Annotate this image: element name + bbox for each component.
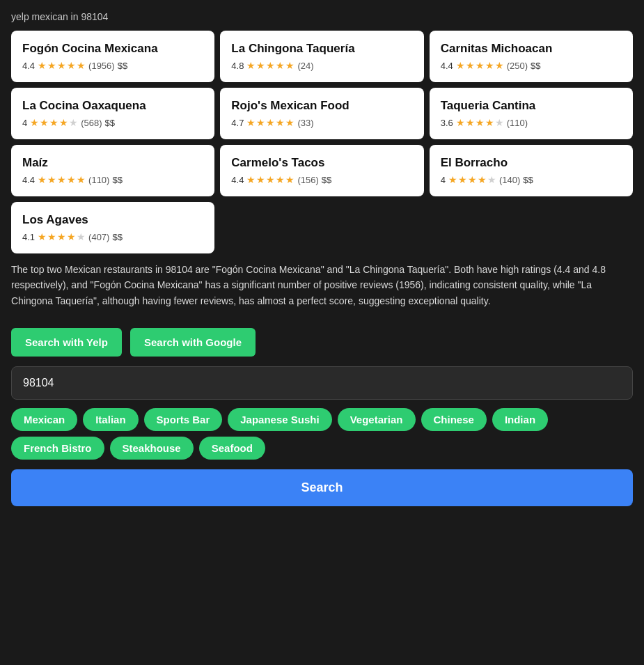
card-meta: 4.7 ★★★★★ (33) [231, 117, 412, 128]
price: $$ [105, 118, 115, 128]
review-count: (24) [297, 61, 313, 71]
review-count: (110) [507, 118, 528, 128]
category-tag[interactable]: Italian [83, 408, 138, 431]
rating: 4.7 [231, 118, 244, 128]
card-name: Carnitas Michoacan [441, 42, 622, 56]
result-card[interactable]: Los Agaves 4.1 ★★★★★ (407) $$ [11, 202, 214, 253]
card-meta: 3.6 ★★★★★ (110) [441, 117, 622, 128]
review-count: (156) [297, 175, 318, 185]
summary-text: The top two Mexican restaurants in 98104… [11, 262, 633, 308]
card-name: Fogón Cocina Mexicana [22, 42, 203, 56]
stars: ★★★★★ [38, 231, 86, 242]
category-tag[interactable]: Mexican [11, 408, 77, 431]
card-meta: 4.1 ★★★★★ (407) $$ [22, 231, 203, 242]
review-count: (568) [81, 118, 102, 128]
stars: ★★★★★ [30, 117, 78, 128]
card-name: El Borracho [441, 156, 622, 170]
stars: ★★★★★ [448, 174, 496, 185]
result-card[interactable]: La Cocina Oaxaquena 4 ★★★★★ (568) $$ [11, 88, 214, 139]
stars: ★★★★★ [246, 60, 294, 71]
result-card[interactable]: El Borracho 4 ★★★★★ (140) $$ [430, 145, 633, 196]
rating: 4.8 [231, 61, 244, 71]
review-count: (33) [297, 118, 313, 128]
stars: ★★★★★ [246, 117, 294, 128]
category-tag[interactable]: French Bistro [11, 437, 104, 460]
search-google-button[interactable]: Search with Google [130, 328, 256, 357]
rating: 3.6 [441, 118, 453, 128]
review-count: (110) [88, 175, 109, 185]
search-buttons: Search with Yelp Search with Google [11, 328, 633, 357]
search-main-button[interactable]: Search [11, 469, 633, 506]
review-count: (1956) [88, 61, 115, 71]
card-name: Carmelo's Tacos [231, 156, 412, 170]
result-card[interactable]: Taqueria Cantina 3.6 ★★★★★ (110) [430, 88, 633, 139]
stars: ★★★★★ [38, 174, 86, 185]
category-tag[interactable]: Indian [492, 408, 548, 431]
review-count: (140) [499, 175, 520, 185]
price: $$ [531, 61, 540, 71]
category-tag[interactable]: Seafood [199, 437, 265, 460]
stars: ★★★★★ [456, 60, 504, 71]
card-meta: 4 ★★★★★ (568) $$ [22, 117, 203, 128]
card-meta: 4.4 ★★★★★ (250) $$ [441, 60, 622, 71]
rating: 4 [441, 175, 446, 185]
search-yelp-button[interactable]: Search with Yelp [11, 328, 122, 357]
rating: 4.1 [22, 232, 35, 242]
query-text: yelp mexican in 98104 [11, 11, 633, 22]
stars: ★★★★★ [456, 117, 504, 128]
card-meta: 4 ★★★★★ (140) $$ [441, 174, 622, 185]
review-count: (250) [507, 61, 528, 71]
result-card[interactable]: Carnitas Michoacan 4.4 ★★★★★ (250) $$ [430, 31, 633, 82]
card-meta: 4.4 ★★★★★ (1956) $$ [22, 60, 203, 71]
category-tag[interactable]: Steakhouse [110, 437, 194, 460]
category-tag[interactable]: Japanese Sushi [228, 408, 331, 431]
price: $$ [112, 175, 122, 185]
result-card[interactable]: Fogón Cocina Mexicana 4.4 ★★★★★ (1956) $… [11, 31, 214, 82]
rating: 4.4 [441, 61, 453, 71]
card-meta: 4.4 ★★★★★ (110) $$ [22, 174, 203, 185]
location-input[interactable] [11, 366, 633, 400]
result-card[interactable]: Carmelo's Tacos 4.4 ★★★★★ (156) $$ [220, 145, 423, 196]
price: $$ [523, 175, 533, 185]
card-meta: 4.4 ★★★★★ (156) $$ [231, 174, 412, 185]
rating: 4.4 [231, 175, 244, 185]
card-name: Taqueria Cantina [441, 99, 622, 113]
rating: 4.4 [22, 61, 35, 71]
category-tags: MexicanItalianSports BarJapanese SushiVe… [11, 408, 633, 460]
result-card[interactable]: La Chingona Taquería 4.8 ★★★★★ (24) [220, 31, 423, 82]
category-tag[interactable]: Sports Bar [144, 408, 223, 431]
card-meta: 4.8 ★★★★★ (24) [231, 60, 412, 71]
card-name: La Cocina Oaxaquena [22, 99, 203, 113]
price: $$ [322, 175, 331, 185]
card-name: La Chingona Taquería [231, 42, 412, 56]
review-count: (407) [88, 232, 109, 242]
category-tag[interactable]: Vegetarian [338, 408, 416, 431]
stars: ★★★★★ [38, 60, 86, 71]
card-name: Rojo's Mexican Food [231, 99, 412, 113]
card-name: Los Agaves [22, 213, 203, 227]
rating: 4.4 [22, 175, 35, 185]
result-card[interactable]: Rojo's Mexican Food 4.7 ★★★★★ (33) [220, 88, 423, 139]
results-grid: Fogón Cocina Mexicana 4.4 ★★★★★ (1956) $… [11, 31, 633, 253]
card-name: Maíz [22, 156, 203, 170]
rating: 4 [22, 118, 27, 128]
price: $$ [118, 61, 127, 71]
stars: ★★★★★ [246, 174, 294, 185]
result-card[interactable]: Maíz 4.4 ★★★★★ (110) $$ [11, 145, 214, 196]
price: $$ [112, 232, 122, 242]
category-tag[interactable]: Chinese [421, 408, 487, 431]
